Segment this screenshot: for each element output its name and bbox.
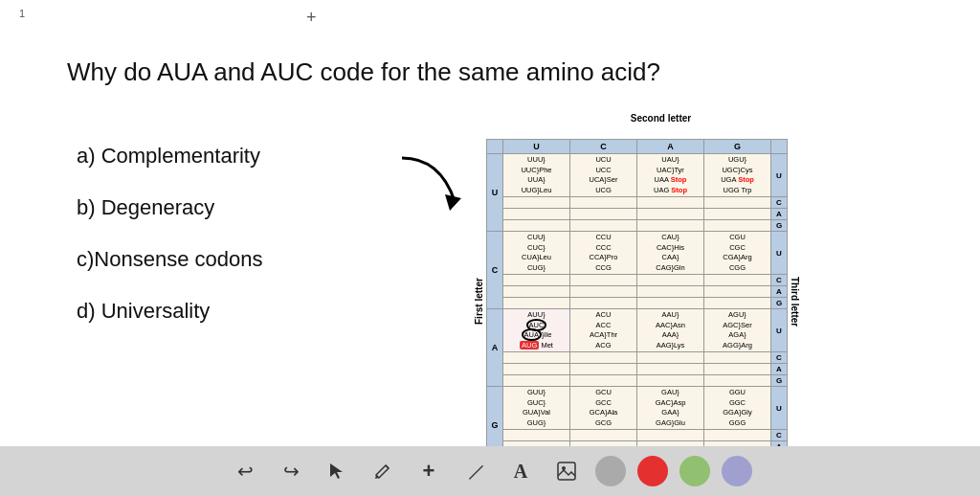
a5 [704, 352, 771, 364]
table-row: G GUU}GUC}GUA}ValGUG} GCUGCCGCA}AlaGCG G… [487, 387, 788, 430]
table-row: C [487, 430, 788, 441]
toolbar: ↩ ↪ + — A [0, 446, 980, 496]
answers-section: a) Complementarity b) Degeneracy c)Nonse… [77, 144, 262, 324]
codon-UC3 [503, 209, 570, 220]
page-container: 1 + Why do AUA and AUC code for the same… [0, 0, 980, 496]
table-row: C [487, 275, 788, 286]
codon-CC4 [570, 220, 637, 232]
table-row: C [487, 197, 788, 209]
codon-CG4 [704, 220, 771, 232]
codon-UC: UCUUCCUCA}SerUCG [570, 154, 637, 197]
arrow [392, 148, 469, 219]
codon-CC: CCUCCCCCA}ProCCG [570, 232, 637, 275]
corner-cell [487, 140, 503, 154]
select-button[interactable] [320, 454, 354, 488]
third-A2: C [771, 352, 788, 364]
pencil-button[interactable] [366, 454, 400, 488]
table-row: G [487, 220, 788, 232]
header-G: G [704, 140, 771, 154]
a9 [704, 364, 771, 375]
third-G1: U [771, 387, 788, 430]
g2 [503, 430, 570, 441]
third-U1: U [771, 154, 788, 197]
c2 [503, 275, 570, 286]
page-number: 1 [19, 8, 25, 19]
svg-line-2 [386, 465, 389, 468]
c6 [503, 286, 570, 298]
a6 [503, 364, 570, 375]
a4 [637, 352, 704, 364]
codon-UA: UAU}UAC}TyrUAA StopUAG Stop [637, 154, 704, 197]
codon-CA4 [637, 220, 704, 232]
codon-AA: AAU}AAC}AsnAAA}AAG}Lys [637, 309, 704, 352]
color-blue-button[interactable] [722, 456, 752, 486]
codon-GG: GGUGGCGGA}GlyGGG [704, 387, 771, 430]
svg-rect-3 [558, 462, 575, 480]
header-A: A [637, 140, 704, 154]
header-C: C [570, 140, 637, 154]
g4 [637, 430, 704, 441]
codon-GA: GAU}GAC}AspGAA}GAG}Glu [637, 387, 704, 430]
c8 [637, 286, 704, 298]
codon-CG2 [704, 197, 771, 209]
table-row: A [487, 364, 788, 375]
first-letter-label: First letter [474, 158, 484, 445]
a11 [570, 375, 637, 387]
third-letter-label: Third letter [790, 158, 800, 445]
table-row: A AUU}AUCAUA}IleAUG Met ACUACCACA}ThrACG… [487, 309, 788, 352]
color-red-button[interactable] [637, 456, 668, 486]
c7 [570, 286, 637, 298]
table-row: U UUU}UUC}PheUUA}UUG}Leu UCUUCCUCA}SerUC… [487, 154, 788, 197]
color-gray-button[interactable] [595, 456, 626, 486]
a3 [570, 352, 637, 364]
a12 [637, 375, 704, 387]
add-button[interactable]: + [306, 8, 317, 28]
table-row: C CUU}CUC}CUA}LeuCUG} CCUCCCCCA}ProCCG C… [487, 232, 788, 275]
table-row: A [487, 209, 788, 220]
svg-marker-1 [330, 463, 343, 479]
codon-UU: UUU}UUC}PheUUA}UUG}Leu [503, 154, 570, 197]
header-U: U [503, 140, 570, 154]
codon-UC2 [503, 197, 570, 209]
redo-button[interactable]: ↪ [274, 454, 308, 488]
c12 [637, 298, 704, 309]
codon-GC: GCUGCCGCA}AlaGCG [570, 387, 637, 430]
c13 [704, 298, 771, 309]
undo-button[interactable]: ↩ [228, 454, 262, 488]
g3 [570, 430, 637, 441]
third-A4: G [771, 375, 788, 387]
row-letter-C: C [487, 232, 503, 309]
answer-b: b) Degeneracy [77, 195, 262, 220]
third-C4: G [771, 298, 788, 309]
c9 [704, 286, 771, 298]
g5 [704, 430, 771, 441]
third-U4: G [771, 220, 788, 232]
codon-CU: CUU}CUC}CUA}LeuCUG} [503, 232, 570, 275]
answer-a: a) Complementarity [77, 144, 262, 169]
line-button[interactable]: — [451, 447, 500, 496]
a13 [704, 375, 771, 387]
third-C3: A [771, 286, 788, 298]
a10 [503, 375, 570, 387]
third-A1: U [771, 309, 788, 352]
image-button[interactable] [549, 454, 584, 488]
table-row: G [487, 298, 788, 309]
c10 [503, 298, 570, 309]
row-letter-U: U [487, 154, 503, 232]
color-green-button[interactable] [679, 456, 710, 486]
table-row: G [487, 375, 788, 387]
add-element-button[interactable]: + [412, 454, 446, 488]
text-button[interactable]: A [503, 454, 538, 488]
row-letter-A: A [487, 309, 503, 387]
third-U3: A [771, 209, 788, 220]
codon-CC2 [570, 197, 637, 209]
codon-CA: CAU}CAC}HisCAA}CAG}Gln [637, 232, 704, 275]
third-C1: U [771, 232, 788, 275]
second-letter-label: Second letter [522, 113, 800, 124]
svg-marker-0 [445, 194, 461, 211]
answer-d: d) Universality [77, 299, 262, 324]
header-right [771, 140, 788, 154]
c3 [570, 275, 637, 286]
codon-table-wrapper: Second letter First letter U C A G [474, 113, 800, 464]
answer-c: c)Nonsense codons [77, 247, 262, 272]
